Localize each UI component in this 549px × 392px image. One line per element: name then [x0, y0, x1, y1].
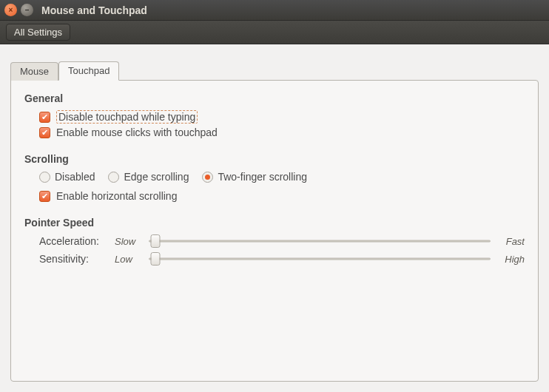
acceleration-low: Slow — [115, 236, 144, 247]
section-general: General ✔ Disable touchpad while typing … — [24, 92, 525, 138]
sensitivity-slider[interactable] — [149, 252, 491, 266]
checkbox-disable-while-typing[interactable]: ✔ — [39, 112, 50, 123]
acceleration-slider[interactable] — [149, 234, 491, 248]
radio-two-finger[interactable] — [202, 172, 213, 183]
minimize-icon[interactable]: – — [21, 4, 33, 16]
label-radio-two-finger: Two-finger scrolling — [218, 171, 307, 183]
tab-touchpad[interactable]: Touchpad — [58, 61, 119, 81]
all-settings-button[interactable]: All Settings — [6, 24, 70, 41]
toolbar: All Settings — [0, 21, 549, 44]
general-title: General — [24, 92, 525, 104]
acceleration-thumb[interactable] — [151, 234, 161, 248]
radio-edge[interactable] — [108, 172, 119, 183]
section-pointer-speed: Pointer Speed Acceleration: Slow Fast Se… — [24, 217, 525, 266]
tab-row: Mouse Touchpad — [10, 61, 539, 80]
sensitivity-low: Low — [115, 254, 144, 265]
acceleration-label: Acceleration: — [39, 235, 110, 247]
sensitivity-high: High — [495, 254, 525, 265]
sensitivity-label: Sensitivity: — [39, 253, 110, 265]
pointer-speed-title: Pointer Speed — [24, 217, 525, 229]
radio-disabled[interactable] — [39, 172, 50, 183]
label-radio-disabled: Disabled — [55, 171, 95, 183]
section-scrolling: Scrolling Disabled Edge scrolling Two-fi… — [24, 153, 525, 202]
sensitivity-thumb[interactable] — [151, 252, 161, 266]
window-title: Mouse and Touchpad — [41, 4, 147, 16]
label-disable-while-typing: Disable touchpad while typing — [56, 110, 198, 124]
label-enable-clicks: Enable mouse clicks with touchpad — [56, 126, 218, 138]
acceleration-high: Fast — [495, 236, 525, 247]
checkbox-horizontal-scrolling[interactable]: ✔ — [39, 191, 50, 202]
touchpad-panel: General ✔ Disable touchpad while typing … — [10, 80, 539, 382]
scrolling-title: Scrolling — [24, 153, 525, 165]
label-radio-edge: Edge scrolling — [124, 171, 189, 183]
checkbox-enable-clicks[interactable]: ✔ — [39, 127, 50, 138]
titlebar: × – Mouse and Touchpad — [0, 0, 549, 21]
close-icon[interactable]: × — [4, 4, 17, 16]
tab-mouse[interactable]: Mouse — [10, 62, 58, 81]
label-horizontal-scrolling: Enable horizontal scrolling — [56, 190, 177, 202]
